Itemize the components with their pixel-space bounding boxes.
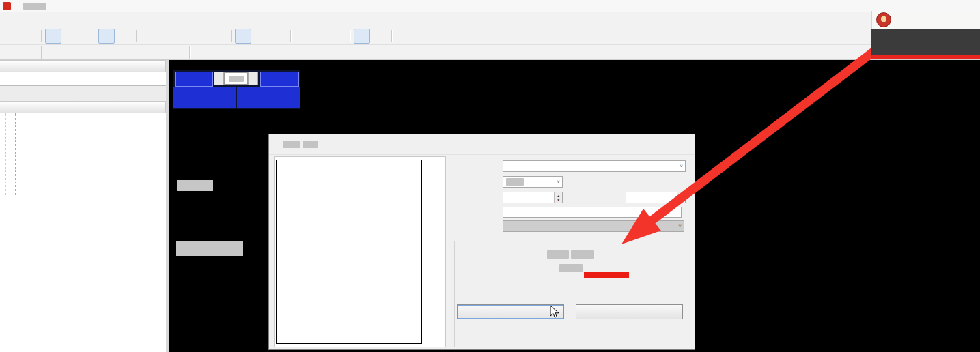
volume-increase-button[interactable] [248,72,258,85]
toolbar-separator [41,30,42,42]
navigator-header [0,101,166,113]
volume-stepper [214,72,258,85]
stop-loss-value[interactable] [503,193,554,203]
periods-button[interactable] [413,29,430,44]
toolbar-separator [136,30,137,42]
comment-input[interactable] [503,207,682,218]
comment-value[interactable] [503,207,681,217]
vertical-line-button[interactable] [45,45,61,60]
toolbar-separator [391,30,392,42]
market-watch-tabs [0,85,166,101]
take-profit-input[interactable]: ▲▼ [626,192,686,203]
minimize-button[interactable] [617,138,638,151]
toolbar-separator [41,46,42,59]
guide-button[interactable] [158,29,174,44]
new-order-button[interactable] [140,29,156,44]
arrows-tool-button[interactable] [169,45,186,60]
crosshair-tool-button[interactable] [21,45,38,60]
tick-chart-panel [274,156,446,347]
execution-detail-line2 [454,263,687,274]
dialog-title [283,140,318,149]
indicators-button[interactable] [395,29,412,44]
bar-chart-type-button[interactable] [235,29,251,44]
redaction-block [176,241,243,256]
trendline-button[interactable] [81,45,97,60]
network-status-row [871,29,980,42]
stop-loss-input[interactable]: ▲▼ [503,192,563,203]
red-highlight-bar [871,55,980,59]
profiles-button[interactable] [21,29,38,44]
zoom-in-button[interactable] [294,29,311,44]
redaction-block [303,141,318,148]
auto-trading-button[interactable] [211,29,227,44]
favorites-button[interactable] [81,29,97,44]
left-panel [0,60,169,352]
buy-button[interactable] [260,72,299,87]
candlestick-type-button[interactable] [253,29,269,44]
redaction-block [571,250,594,259]
brand-row [871,11,980,29]
navigator-button[interactable] [98,29,115,44]
new-chart-button[interactable] [3,29,20,44]
toolbar-line-studies [0,45,980,60]
redaction-block [547,250,569,259]
tick-chart [277,160,420,342]
one-click-trading-panel [173,70,300,109]
buy-price-display[interactable] [237,87,300,108]
title-bar [0,0,980,12]
sell-button[interactable] [175,72,213,87]
toolbar-separator [231,30,232,42]
chart-shift-button[interactable] [372,29,388,44]
terminal-button[interactable] [116,29,132,44]
text-label-button[interactable] [152,45,168,60]
horizontal-line-button[interactable] [63,45,79,60]
ok-button[interactable] [457,304,564,319]
execution-detail-line1 [454,249,687,260]
volume-select[interactable]: ˅ [503,176,563,188]
volume-input[interactable] [224,72,248,85]
redaction-block [559,264,583,272]
beijing-time-row [871,42,980,55]
market-watch-column-header [0,72,166,85]
news-button[interactable] [193,29,210,44]
data-window-button[interactable] [63,29,79,44]
close-button[interactable] [671,138,691,151]
fibonacci-button[interactable] [116,45,132,60]
brand-logo-icon [876,12,891,27]
tree-line [5,113,6,196]
auto-scroll-button[interactable] [354,29,370,44]
tile-windows-button[interactable] [330,29,346,44]
spin-down-icon: ▼ [680,198,683,202]
menu-bar [0,12,980,28]
toolbar-separator [189,46,190,59]
take-profit-value[interactable] [626,193,677,203]
order-type-select: ˅ [503,220,684,232]
line-chart-type-button[interactable] [270,29,287,44]
cursor-tool-button[interactable] [3,45,20,60]
redaction-block [23,3,46,10]
community-button[interactable] [176,29,192,44]
volume-decrease-button[interactable] [214,72,224,85]
chevron-down-icon: ˅ [678,223,684,229]
zoom-out-button[interactable] [312,29,328,44]
symbol-select[interactable]: ˅ [503,160,686,172]
text-tool-button[interactable] [134,45,150,60]
toolbar-standard [0,27,980,45]
sell-price-display[interactable] [173,87,236,108]
chevron-down-icon: ˅ [557,179,562,185]
top-right-overlay [871,11,980,59]
order-dialog: ˅ ˅ ▲▼ ▲▼ ˅ [268,134,695,350]
tick-chart-plot [276,160,422,344]
spinner[interactable]: ▲▼ [554,192,562,203]
templates-button[interactable] [431,29,447,44]
market-watch-button[interactable] [45,29,61,44]
app-icon [3,2,11,10]
tree-line [15,113,16,196]
redaction-block [283,141,300,148]
navigator-tree [0,113,166,196]
channel-button[interactable] [98,45,115,60]
redaction-block [177,180,213,191]
spinner[interactable]: ▲▼ [677,192,685,203]
print-button[interactable] [576,304,683,319]
maximize-button[interactable] [645,138,665,151]
